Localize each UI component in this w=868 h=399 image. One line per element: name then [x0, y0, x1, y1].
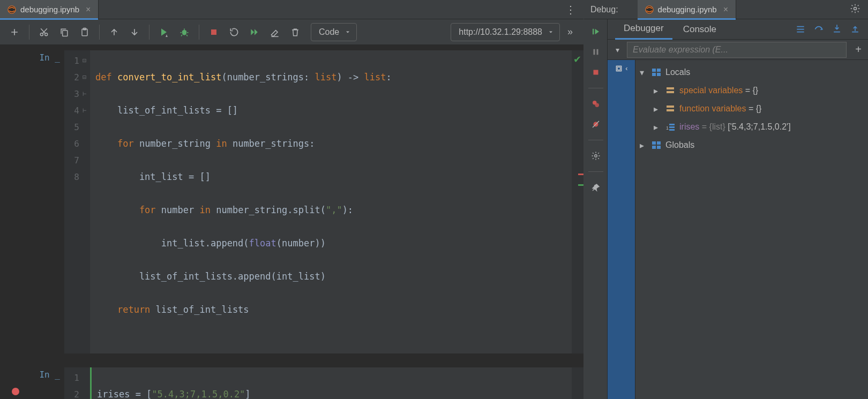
thread-dropdown-icon[interactable]: ▾ [608, 46, 627, 54]
svg-rect-20 [652, 69, 656, 72]
svg-rect-11 [593, 49, 595, 55]
svg-point-9 [854, 7, 857, 10]
kernel-url-label: http://10.32.1.29:8888 [459, 27, 542, 37]
svg-rect-21 [657, 69, 661, 72]
svg-rect-7 [211, 29, 216, 35]
debug-cell-button[interactable] [175, 23, 193, 41]
scope-locals[interactable]: ▾ Locals [640, 63, 864, 81]
code-body[interactable]: def convert_to_int_list(number_strings: … [90, 50, 572, 353]
svg-rect-33 [657, 141, 661, 145]
cell-prompt: In _ [32, 50, 64, 353]
code-body[interactable]: irises = ["5.4,3;7,1.5,0.2"] iris_inputs… [90, 367, 572, 399]
close-icon[interactable]: × [84, 5, 91, 14]
breakpoint-gutter[interactable] [0, 367, 32, 399]
svg-rect-12 [596, 49, 598, 55]
svg-rect-25 [667, 91, 674, 93]
pin-button[interactable] [587, 179, 605, 195]
stop-debug-button[interactable] [587, 64, 605, 80]
fold-gutter[interactable] [83, 367, 90, 399]
breakpoint-gutter[interactable] [0, 50, 32, 353]
cut-button[interactable] [35, 23, 53, 41]
code-cell[interactable]: In _ 12345 irises = ["5.4,3;7,1.5,0.2"] … [0, 367, 583, 399]
mute-breakpoints-button[interactable] [587, 116, 605, 132]
svg-rect-34 [652, 146, 656, 149]
run-cell-button[interactable] [155, 23, 173, 41]
move-down-button[interactable] [125, 23, 144, 41]
view-breakpoints-button[interactable] [587, 96, 605, 112]
svg-rect-13 [593, 70, 598, 75]
delete-cell-button[interactable] [286, 23, 304, 41]
kernel-url-dropdown[interactable]: http://10.32.1.29:8888 [451, 23, 560, 41]
marker-bar [572, 367, 583, 399]
close-icon[interactable]: × [721, 5, 728, 14]
console-tab[interactable]: Console [675, 19, 725, 40]
svg-rect-3 [63, 30, 68, 36]
layout-icon[interactable] [795, 23, 806, 35]
cell-type-label: Code [319, 27, 339, 37]
var-irises[interactable]: ▸ 1 irises = {list} ['5.4,3;7,1.5,0.2'] [640, 118, 864, 136]
marker-bar: ✔ [572, 50, 583, 353]
gear-icon [850, 3, 860, 14]
svg-point-0 [8, 6, 16, 13]
svg-rect-10 [593, 29, 594, 35]
toolbar-overflow-icon[interactable]: » [562, 26, 578, 37]
svg-rect-26 [667, 106, 674, 108]
chevron-down-icon [548, 29, 554, 35]
editor-area: In _ 12345678 ⊟⊟⊢⊢ def convert_to_int_li… [0, 45, 583, 399]
evaluate-expression-input[interactable]: Evaluate expression (E... [627, 42, 847, 58]
svg-rect-35 [657, 146, 661, 149]
debug-label: Debug: [590, 5, 618, 14]
svg-rect-24 [667, 87, 674, 89]
warning-marker[interactable] [578, 174, 583, 175]
add-cell-button[interactable] [5, 23, 24, 41]
svg-rect-32 [652, 141, 656, 145]
move-up-button[interactable] [105, 23, 123, 41]
chevron-down-icon [345, 29, 351, 35]
evaluate-row: ▾ Evaluate expression (E... + [608, 40, 868, 60]
run-all-button[interactable] [245, 23, 264, 41]
svg-rect-31 [669, 129, 675, 131]
svg-rect-29 [669, 124, 675, 125]
editor-tabbar: debugging.ipynb × ⋮ [0, 0, 583, 19]
cell-type-dropdown[interactable]: Code [311, 23, 357, 41]
debug-config-tab[interactable]: debugging.ipynb × [638, 0, 736, 19]
code-cell[interactable]: In _ 12345678 ⊟⊟⊢⊢ def convert_to_int_li… [0, 50, 583, 353]
svg-point-8 [646, 6, 653, 13]
fold-gutter[interactable]: ⊟⊟⊢⊢ [83, 50, 90, 353]
line-numbers: 12345 [64, 367, 83, 399]
scope-globals[interactable]: ▸ Globals [640, 136, 864, 154]
notebook-toolbar: Code http://10.32.1.29:8888 » [0, 19, 583, 45]
kebab-icon[interactable]: ⋮ [558, 3, 583, 16]
tab-label: debugging.ipynb [20, 5, 79, 14]
breakpoint-icon[interactable] [12, 388, 19, 395]
debugger-tab[interactable]: Debugger [615, 19, 672, 40]
paste-button[interactable] [76, 23, 94, 41]
svg-point-6 [182, 29, 186, 35]
scope-icon [652, 67, 661, 77]
group-icon [665, 86, 675, 95]
clear-outputs-button[interactable] [266, 23, 284, 41]
pause-button[interactable] [587, 44, 605, 60]
frames-toolbar[interactable]: ‹ [608, 60, 635, 399]
var-special[interactable]: ▸ special variables = {} [640, 81, 864, 100]
debug-settings-button[interactable] [842, 3, 868, 16]
var-function-vars[interactable]: ▸ function variables = {} [640, 100, 864, 118]
debugger-settings-button[interactable] [587, 148, 605, 164]
upload-icon[interactable] [850, 23, 860, 35]
svg-rect-22 [652, 73, 656, 76]
svg-rect-30 [669, 126, 675, 128]
copy-button[interactable] [55, 23, 73, 41]
editor-tab[interactable]: debugging.ipynb × [0, 0, 99, 19]
variables-tree[interactable]: ▾ Locals ▸ special variables = {} ▸ [635, 60, 868, 399]
debugger-tabbar: Debugger Console [608, 19, 868, 40]
group-icon [665, 104, 675, 114]
ok-marker[interactable] [578, 184, 583, 186]
resume-button[interactable] [587, 24, 605, 40]
step-over-icon[interactable] [813, 23, 824, 35]
restart-button[interactable] [225, 23, 243, 41]
download-icon[interactable] [832, 23, 842, 35]
add-watch-button[interactable]: + [849, 43, 868, 56]
line-numbers: 12345678 [64, 50, 83, 353]
check-icon: ✔ [573, 54, 581, 65]
stop-button[interactable] [205, 23, 223, 41]
